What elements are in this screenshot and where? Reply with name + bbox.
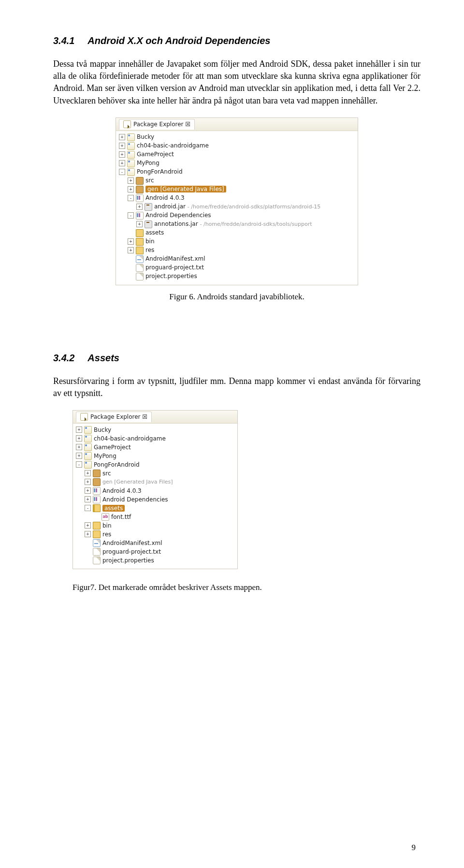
expand-icon[interactable]: + [128,247,134,253]
expand-icon[interactable]: + [76,435,82,441]
package-explorer-tab[interactable]: Package Explorer ☒ [76,412,152,422]
folder-icon [136,229,144,237]
project-row[interactable]: +GameProject [117,150,357,159]
file-icon [93,548,101,556]
project-label: ch04-basic-androidgame [94,435,166,443]
expand-icon[interactable]: + [76,427,82,433]
project-label: MyPong [137,159,160,167]
project-row[interactable]: +ch04-basic-androidgame [74,434,236,443]
expand-icon[interactable]: + [119,143,125,149]
folder-icon [93,522,101,530]
annotations-jar-label: annotations.jar - /home/fredde/android-s… [154,220,312,228]
expand-icon[interactable]: + [128,186,134,192]
res-row[interactable]: +res [117,246,357,255]
expand-icon[interactable]: + [136,204,143,210]
expand-icon[interactable]: + [119,151,125,158]
res-label: res [145,246,154,254]
heading-3-4-1: 3.4.1 Android X.X och Android Dependenci… [53,34,420,47]
project-row[interactable]: +ch04-basic-androidgame [117,142,357,150]
file-icon [93,557,101,564]
project-icon [84,443,92,451]
library-icon [136,212,144,220]
gen-row[interactable]: +gen [Generated Java Files] [74,478,236,486]
project-label: Bucky [137,133,154,141]
expand-icon[interactable]: + [85,522,91,529]
project-icon [84,435,92,442]
font-file-row[interactable]: +font.ttf [74,513,236,521]
project-row[interactable]: -PongForAndroid [74,460,236,469]
font-file-label: font.ttf [111,513,131,521]
heading-3-4-2: 3.4.2 Assets [53,351,420,365]
assets-row[interactable]: +assets [117,229,357,237]
manifest-row[interactable]: +AndroidManifest.xml [74,539,236,547]
xml-file-icon [136,255,144,263]
expand-icon[interactable]: + [85,479,91,485]
proguard-row[interactable]: +proguard-project.txt [117,264,357,272]
collapse-icon[interactable]: - [119,169,125,175]
heading-number: 3.4.1 [53,34,74,47]
collapse-icon[interactable]: - [85,505,91,511]
gen-row[interactable]: +gen [Generated Java Files] [117,185,357,194]
src-row[interactable]: +src [74,469,236,478]
expand-icon[interactable]: + [85,531,91,537]
android-deps-row[interactable]: -Android Dependencies [117,211,357,220]
folder-icon [93,530,101,538]
expand-icon[interactable]: + [136,221,143,227]
project-label: ch04-basic-androidgame [137,142,209,150]
manifest-row[interactable]: +AndroidManifest.xml [117,255,357,264]
expand-icon[interactable]: + [85,470,91,476]
projprops-label: project.properties [145,272,197,280]
expand-icon[interactable]: + [128,238,134,245]
package-explorer-tab[interactable]: Package Explorer ☒ [119,119,195,130]
project-row[interactable]: +Bucky [117,133,357,142]
project-label: PongForAndroid [94,461,140,469]
expand-icon[interactable]: + [76,444,82,450]
projprops-label: project.properties [102,557,154,565]
android-version-label: Android 4.0.3 [145,194,185,202]
proguard-label: proguard-project.txt [102,548,161,556]
android-sdk-row[interactable]: -Android 4.0.3 [117,194,357,203]
project-row[interactable]: -PongForAndroid [117,168,357,177]
expand-icon[interactable]: + [76,453,82,459]
project-row[interactable]: +Bucky [74,426,236,434]
annotations-jar-row[interactable]: +annotations.jar - /home/fredde/android-… [117,220,357,229]
src-folder-icon [136,177,144,185]
project-row[interactable]: +GameProject [74,443,236,452]
expand-icon[interactable]: + [119,134,125,140]
project-row[interactable]: +MyPong [74,452,236,460]
expand-icon[interactable]: + [85,487,91,494]
library-icon [93,496,101,503]
expand-icon[interactable]: + [119,160,125,166]
bin-row[interactable]: +bin [117,237,357,246]
gen-label: gen [Generated Java Files] [102,478,173,485]
expand-icon[interactable]: + [128,177,134,184]
src-row[interactable]: +src [117,177,357,185]
assets-row[interactable]: -assets [74,504,236,513]
projprops-row[interactable]: +project.properties [74,556,236,565]
proguard-row[interactable]: +proguard-project.txt [74,547,236,556]
collapse-icon[interactable]: - [128,212,134,219]
res-row[interactable]: +res [74,530,236,539]
project-icon [84,426,92,434]
android-deps-label: Android Dependencies [102,496,168,504]
project-label: Bucky [94,426,111,434]
project-label: PongForAndroid [137,168,183,176]
gen-folder-icon [136,186,144,193]
package-explorer-tabbar: Package Explorer ☒ [116,118,358,131]
android-sdk-row[interactable]: +Android 4.0.3 [74,486,236,495]
collapse-icon[interactable]: - [76,461,82,468]
project-row[interactable]: +MyPong [117,159,357,168]
package-explorer-title: Package Explorer ☒ [133,120,190,129]
project-label: GameProject [137,150,174,159]
android-jar-row[interactable]: +android.jar - /home/fredde/android-sdks… [117,203,357,211]
src-folder-icon [93,470,101,477]
expand-icon[interactable]: + [85,496,91,502]
bin-row[interactable]: +bin [74,521,236,530]
collapse-icon[interactable]: - [128,195,134,201]
jar-icon [145,221,152,228]
gen-folder-icon [93,478,101,486]
projprops-row[interactable]: +project.properties [117,272,357,281]
project-icon [84,461,92,469]
android-deps-row[interactable]: +Android Dependencies [74,495,236,504]
heading-title: Android X.X och Android Dependencies [87,35,270,46]
